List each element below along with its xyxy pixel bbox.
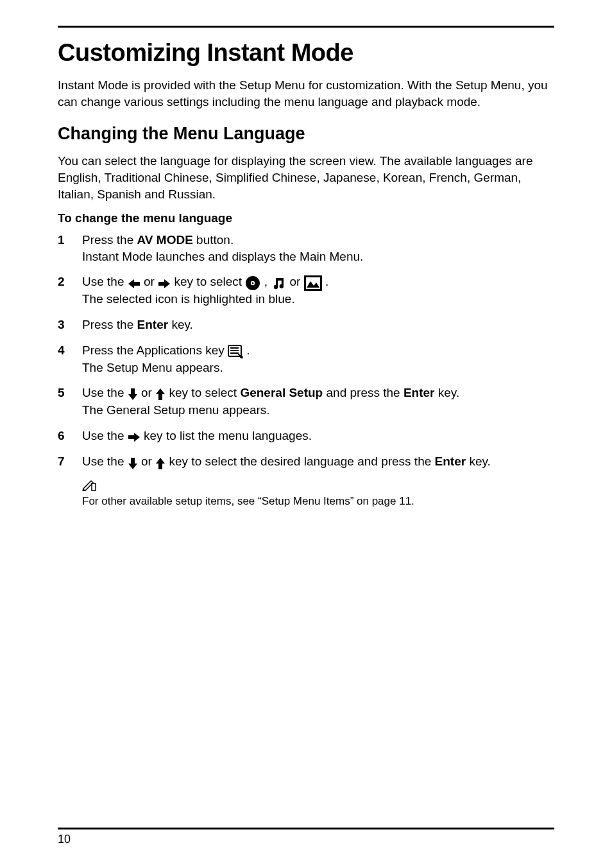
intro-paragraph: Instant Mode is provided with the Setup …	[58, 77, 554, 110]
text: or	[144, 275, 158, 288]
step-5: 5 Use the or key to select General Setup…	[58, 385, 554, 418]
step-body: Use the or key to select General Setup a…	[82, 385, 554, 418]
note-icon	[82, 480, 554, 494]
section-heading: Changing the Menu Language	[58, 124, 554, 144]
page-number: 10	[58, 833, 71, 846]
step-number: 7	[58, 453, 68, 470]
step-number: 3	[58, 317, 68, 333]
footer-rule	[58, 828, 554, 829]
note-block: For other available setup items, see “Se…	[82, 480, 554, 508]
arrow-right-icon	[158, 275, 171, 291]
text: button.	[193, 233, 234, 247]
sub-heading: To change the menu language	[58, 211, 554, 225]
text: The selected icon is highlighted in blue…	[82, 292, 295, 306]
text: .	[246, 343, 250, 357]
step-1: 1 Press the AV MODE button. Instant Mode…	[58, 232, 554, 265]
text: key to select	[169, 386, 241, 399]
step-2: 2 Use the or key to select ,	[58, 273, 554, 308]
arrow-right-icon	[128, 428, 140, 445]
svg-rect-3	[305, 277, 321, 290]
text: Press the	[82, 318, 137, 331]
text: ,	[264, 275, 271, 288]
text: key to list the menu languages.	[144, 429, 312, 442]
step-body: Press the Applications key . The Setup M…	[82, 342, 554, 376]
picture-icon	[304, 274, 322, 291]
step-number: 1	[58, 232, 68, 248]
step-body: Use the or key to select the desired lan…	[82, 453, 554, 471]
menu-name: General Setup	[240, 386, 323, 399]
text: key to select	[174, 275, 246, 288]
text: and press the	[323, 386, 404, 399]
arrow-down-icon	[128, 455, 138, 471]
step-number: 6	[58, 428, 68, 444]
step-body: Press the Enter key.	[82, 317, 554, 333]
text: Use the	[82, 429, 128, 442]
text: Instant Mode launches and displays the M…	[82, 250, 363, 263]
text: Use the	[82, 455, 128, 468]
top-rule	[58, 26, 554, 28]
section-description: You can select the language for displayi…	[58, 153, 554, 202]
step-7: 7 Use the or key to select the desired l…	[58, 453, 554, 471]
text: or	[141, 455, 155, 468]
arrow-left-icon	[128, 275, 140, 291]
step-4: 4 Press the Applications key . The Setup…	[58, 342, 554, 376]
music-note-icon	[271, 274, 286, 291]
arrow-up-icon	[155, 455, 166, 471]
svg-rect-8	[92, 483, 96, 490]
page-title: Customizing Instant Mode	[58, 39, 554, 67]
key-name: Enter	[404, 386, 435, 399]
key-name: Enter	[435, 455, 466, 468]
text: key.	[435, 386, 460, 399]
step-body: Use the key to list the menu languages.	[82, 428, 554, 445]
steps-list: 1 Press the AV MODE button. Instant Mode…	[58, 232, 554, 471]
applications-key-icon	[228, 343, 243, 360]
step-number: 5	[58, 385, 68, 401]
text: Press the	[82, 233, 137, 247]
step-body: Use the or key to select , or	[82, 273, 554, 308]
step-body: Press the AV MODE button. Instant Mode l…	[82, 232, 554, 265]
step-6: 6 Use the key to list the menu languages…	[58, 428, 554, 445]
text: Use the	[82, 275, 128, 288]
text: key to select the desired language and p…	[169, 455, 435, 468]
text: Press the Applications key	[82, 343, 228, 357]
text: key.	[466, 455, 491, 468]
step-number: 2	[58, 273, 68, 290]
step-3: 3 Press the Enter key.	[58, 317, 554, 333]
text: .	[325, 275, 328, 288]
text: The Setup Menu appears.	[82, 361, 223, 374]
text: key.	[168, 318, 193, 331]
arrow-down-icon	[128, 385, 138, 402]
text: The General Setup menu appears.	[82, 403, 270, 417]
button-name: AV MODE	[137, 233, 193, 247]
text: or	[141, 386, 155, 399]
svg-point-2	[252, 282, 254, 284]
text: or	[290, 275, 304, 288]
text: Use the	[82, 386, 128, 399]
key-name: Enter	[137, 318, 169, 331]
arrow-up-icon	[155, 385, 166, 402]
disc-icon	[245, 274, 260, 291]
note-text: For other available setup items, see “Se…	[82, 495, 414, 507]
step-number: 4	[58, 342, 68, 359]
manual-page: Customizing Instant Mode Instant Mode is…	[0, 0, 612, 868]
